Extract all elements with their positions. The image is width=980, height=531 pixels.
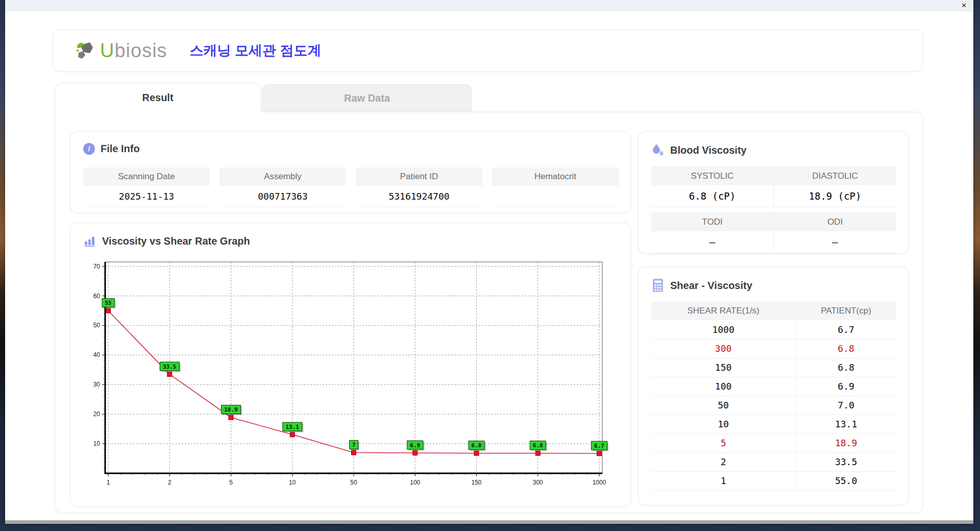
shear-rate-cell: 1 bbox=[651, 471, 796, 490]
field-value bbox=[492, 186, 619, 207]
tab-raw-data[interactable]: Raw Data bbox=[262, 84, 472, 112]
svg-text:50: 50 bbox=[93, 322, 101, 329]
svg-text:6.9: 6.9 bbox=[410, 442, 420, 449]
blood-viscosity-table: SYSTOLIC DIASTOLIC 6.8 (cP) 18.9 (cP) TO… bbox=[651, 166, 896, 253]
field-label: Hematocrit bbox=[492, 167, 619, 186]
logo-letter-u: U bbox=[100, 40, 114, 61]
shear-rate-cell: 150 bbox=[651, 358, 796, 377]
logo-rest: biosis bbox=[114, 40, 167, 61]
file-info-field-patient-id: Patient ID53161924700 bbox=[356, 167, 482, 207]
bv-value-diastolic: 18.9 (cP) bbox=[774, 185, 896, 207]
svg-text:1: 1 bbox=[107, 479, 110, 486]
blood-viscosity-title: Blood Viscosity bbox=[670, 144, 747, 156]
svg-text:20: 20 bbox=[93, 411, 101, 418]
file-info-field-hematocrit: Hematocrit bbox=[492, 167, 619, 207]
bv-header-diastolic: DIASTOLIC bbox=[774, 166, 896, 185]
svg-text:60: 60 bbox=[93, 293, 101, 300]
svg-text:40: 40 bbox=[93, 351, 101, 358]
shear-table-row: 1013.1 bbox=[651, 415, 896, 433]
patient-viscosity-cell: 13.1 bbox=[796, 415, 896, 433]
svg-text:6.8: 6.8 bbox=[533, 442, 543, 449]
svg-text:6.8: 6.8 bbox=[472, 442, 482, 449]
bv-header-systolic: SYSTOLIC bbox=[651, 166, 774, 185]
svg-text:1000: 1000 bbox=[593, 479, 606, 486]
shear-rate-column-header: SHEAR RATE(1/s) bbox=[651, 302, 796, 320]
field-value: 53161924700 bbox=[356, 186, 482, 207]
ubiosis-logo: Ubiosis bbox=[75, 39, 167, 62]
bv-header-todi: TODI bbox=[651, 212, 774, 231]
svg-text:7: 7 bbox=[352, 442, 356, 448]
file-info-field-scanning-date: Scanning Date2025-11-13 bbox=[83, 167, 210, 207]
shear-viscosity-title: Shear - Viscosity bbox=[670, 280, 752, 292]
file-info-fields: Scanning Date2025-11-13Assembly000717363… bbox=[83, 167, 619, 207]
shear-rate-cell: 5 bbox=[651, 433, 796, 452]
patient-viscosity-cell: 33.5 bbox=[796, 452, 896, 471]
svg-text:10: 10 bbox=[93, 440, 101, 447]
file-info-card: i File Info Scanning Date2025-11-13Assem… bbox=[70, 131, 631, 213]
svg-text:70: 70 bbox=[93, 263, 101, 270]
close-icon[interactable]: × bbox=[962, 1, 966, 10]
patient-viscosity-cell: 6.8 bbox=[796, 339, 896, 358]
viscosity-chart-svg: 10203040506070125105010015030010005533.5… bbox=[85, 257, 610, 497]
svg-text:33.5: 33.5 bbox=[163, 364, 177, 370]
bv-value-systolic: 6.8 (cP) bbox=[651, 185, 774, 207]
shear-table-row: 233.5 bbox=[651, 452, 896, 471]
svg-text:10: 10 bbox=[289, 479, 296, 486]
shear-rate-cell: 50 bbox=[651, 396, 796, 415]
logo-text: Ubiosis bbox=[100, 40, 167, 62]
shear-rate-cell: 100 bbox=[651, 377, 796, 396]
patient-viscosity-cell: 7.0 bbox=[796, 396, 896, 415]
svg-text:300: 300 bbox=[533, 479, 543, 486]
svg-text:55: 55 bbox=[105, 300, 111, 306]
field-value: 2025-11-13 bbox=[83, 186, 210, 207]
svg-text:2: 2 bbox=[168, 479, 172, 486]
desktop: { "window": { "close_icon": "×" }, "head… bbox=[0, 0, 980, 531]
shear-rate-cell: 300 bbox=[651, 339, 796, 358]
svg-text:30: 30 bbox=[93, 381, 101, 388]
svg-text:50: 50 bbox=[350, 479, 357, 486]
field-label: Scanning Date bbox=[83, 167, 210, 186]
app-window: × Ubiosis 스캐닝 모세관 점도계 Result Raw Data i … bbox=[5, 0, 973, 524]
shear-rate-cell: 1000 bbox=[651, 320, 796, 339]
svg-text:13.1: 13.1 bbox=[286, 424, 300, 430]
patient-viscosity-cell: 6.8 bbox=[796, 358, 896, 377]
bar-chart-icon bbox=[83, 234, 96, 248]
shear-viscosity-card: Shear - Viscosity SHEAR RATE(1/s) PATIEN… bbox=[638, 267, 909, 505]
bv-value-todi: – bbox=[651, 231, 774, 253]
result-tab-panel: i File Info Scanning Date2025-11-13Assem… bbox=[55, 112, 923, 513]
bv-header-odi: ODI bbox=[774, 212, 896, 231]
svg-text:6.7: 6.7 bbox=[594, 443, 604, 449]
field-value: 000717363 bbox=[219, 186, 346, 207]
calculator-icon bbox=[651, 278, 665, 293]
blood-viscosity-card: Blood Viscosity SYSTOLIC DIASTOLIC 6.8 (… bbox=[638, 131, 909, 254]
shear-table-row: 10006.7 bbox=[651, 320, 896, 339]
shear-table-row: 518.9 bbox=[651, 433, 896, 452]
patient-viscosity-cell: 18.9 bbox=[796, 433, 896, 452]
file-info-field-assembly: Assembly000717363 bbox=[219, 167, 346, 207]
ubiosis-leaf-icon bbox=[75, 39, 97, 62]
svg-text:100: 100 bbox=[410, 479, 420, 486]
tab-result[interactable]: Result bbox=[55, 83, 261, 112]
window-titlebar: × bbox=[5, 0, 973, 11]
patient-viscosity-cell: 55.0 bbox=[796, 471, 896, 490]
patient-viscosity-cell: 6.9 bbox=[796, 377, 896, 396]
viscosity-chart: 10203040506070125105010015030010005533.5… bbox=[85, 257, 610, 497]
field-label: Patient ID bbox=[356, 167, 482, 186]
svg-text:18.9: 18.9 bbox=[224, 406, 238, 413]
bv-value-odi: – bbox=[774, 231, 896, 253]
file-info-title: File Info bbox=[101, 143, 140, 155]
shear-table-row: 1006.9 bbox=[651, 377, 896, 396]
app-title-korean: 스캐닝 모세관 점도계 bbox=[190, 41, 322, 60]
patient-viscosity-cell: 6.7 bbox=[796, 320, 896, 339]
header-card: Ubiosis 스캐닝 모세관 점도계 bbox=[53, 30, 923, 71]
svg-text:150: 150 bbox=[471, 479, 481, 486]
patient-column-header: PATIENT(cp) bbox=[796, 302, 896, 320]
graph-card: Viscosity vs Shear Rate Graph 1020304050… bbox=[70, 223, 631, 506]
shear-table-row: 1506.8 bbox=[651, 358, 896, 377]
field-label: Assembly bbox=[219, 167, 346, 186]
graph-title: Viscosity vs Shear Rate Graph bbox=[102, 235, 250, 247]
shear-rate-cell: 2 bbox=[651, 452, 796, 471]
shear-table-row: 3006.8 bbox=[651, 339, 896, 358]
shear-viscosity-table: SHEAR RATE(1/s) PATIENT(cp) 10006.73006.… bbox=[651, 302, 896, 491]
svg-text:5: 5 bbox=[229, 479, 233, 486]
